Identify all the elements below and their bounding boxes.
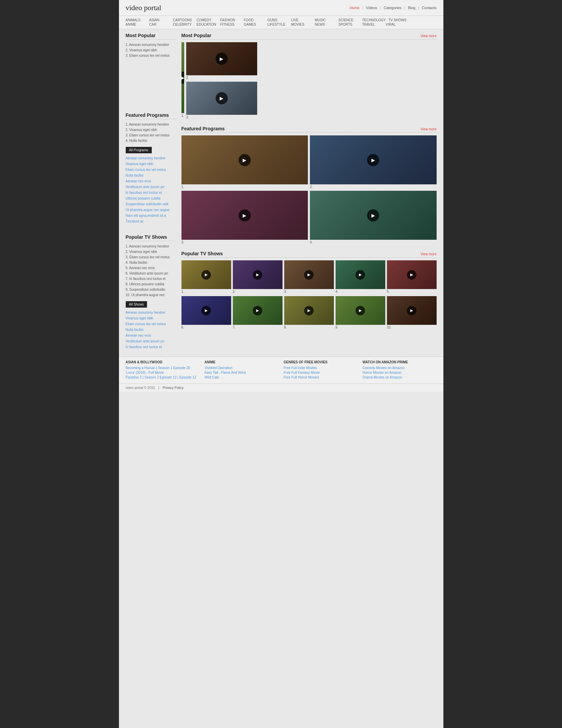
footer-link[interactable]: Free Full Horror Movies xyxy=(284,375,358,379)
featured-thumb-2[interactable]: ▶ xyxy=(310,135,437,184)
tv-thumb-2[interactable]: ▶ xyxy=(233,260,283,289)
footer-link[interactable]: Free Full Indie Movies xyxy=(284,366,358,370)
video-thumb-2[interactable]: ▶ xyxy=(186,42,257,75)
footer-link[interactable]: Horror Movies on Amazon xyxy=(363,371,437,374)
cat-asian[interactable]: ASIAN xyxy=(149,18,173,22)
cat-live[interactable]: LIVE xyxy=(291,18,315,22)
play-button-1[interactable]: ▶ xyxy=(181,72,184,84)
sidebar-link[interactable]: Aenean nonummy hendrer xyxy=(126,155,176,161)
sidebar-link[interactable]: Aenean nonummy hendrer xyxy=(126,310,176,315)
play-button-2[interactable]: ▶ xyxy=(216,53,228,65)
cat-anime[interactable]: ANIME xyxy=(126,22,149,27)
tv-thumb-3[interactable]: ▶ xyxy=(284,260,334,289)
sidebar-link[interactable]: Nam elit agna,endrerit sit a xyxy=(126,213,176,218)
cat-viral[interactable]: VIRAL xyxy=(386,22,410,27)
cat-food[interactable]: FOOD xyxy=(244,18,268,22)
nav-home[interactable]: Home xyxy=(350,6,360,10)
featured-thumb-1[interactable]: ▶ xyxy=(181,135,308,184)
footer-link[interactable]: Becoming a Human | Season 1 Episode 20 xyxy=(126,366,200,370)
tv-play-3[interactable]: ▶ xyxy=(304,270,314,280)
tv-play-10[interactable]: ▶ xyxy=(407,306,416,315)
footer-link[interactable]: Wild Cats xyxy=(204,375,278,379)
sidebar-link[interactable]: Etiam cursus leo vel metus xyxy=(126,167,176,173)
cat-celebrity[interactable]: CELEBRITY xyxy=(173,22,197,27)
cat-car[interactable]: CAR xyxy=(149,22,173,27)
tv-play-4[interactable]: ▶ xyxy=(356,270,365,280)
tv-thumb-6[interactable]: ▶ xyxy=(181,296,231,325)
featured-view-more[interactable]: View more xyxy=(420,127,436,131)
cat-games[interactable]: GAMES xyxy=(244,22,268,27)
footer-link[interactable]: Vividred Operation xyxy=(204,366,278,370)
sidebar-link[interactable]: Ut pharetra augue nec augue xyxy=(126,207,176,213)
cat-fitness[interactable]: FITNESS xyxy=(220,22,244,27)
tv-play-6[interactable]: ▶ xyxy=(201,306,211,315)
cat-comedy[interactable]: COMEDY xyxy=(197,18,220,22)
cat-travel[interactable]: TRAVEL xyxy=(362,22,386,27)
tv-play-5[interactable]: ▶ xyxy=(407,270,416,280)
footer-link[interactable]: Free Full Fantasy Movie xyxy=(284,371,358,374)
footer-link[interactable]: 'Lorra' (2010) - Full Movie xyxy=(126,371,200,374)
featured-play-3[interactable]: ▶ xyxy=(239,209,251,222)
cat-education[interactable]: EDUCATION xyxy=(197,22,220,27)
tv-play-7[interactable]: ▶ xyxy=(253,306,262,315)
most-popular-view-more[interactable]: View more xyxy=(420,34,436,38)
sidebar-link[interactable]: Suspendisse sollicitudin velit xyxy=(126,201,176,207)
nav-contacts[interactable]: Contacts xyxy=(422,6,436,10)
sidebar-link[interactable]: Vivamus eget nibh xyxy=(126,315,176,321)
cat-cartoons[interactable]: CARTOONS xyxy=(173,18,197,22)
cat-movies[interactable]: MOVIES xyxy=(291,22,315,27)
tv-thumb-10[interactable]: ▶ xyxy=(387,296,437,325)
sidebar-link[interactable]: Etiam cursus leo vel metus xyxy=(126,321,176,327)
all-shows-button[interactable]: All Shows xyxy=(126,301,147,308)
cat-science[interactable]: SCIENCE xyxy=(339,18,362,22)
privacy-policy-link[interactable]: Privacy Policy xyxy=(163,386,184,390)
featured-play-4[interactable]: ▶ xyxy=(367,209,379,222)
nav-categories[interactable]: Categories xyxy=(384,6,401,10)
sidebar-link[interactable]: Vestibulum ante ipsum pri xyxy=(126,338,176,344)
footer-link[interactable]: Paradise 2 | Season 2 Episode 12 | Episo… xyxy=(126,375,200,379)
tv-thumb-5[interactable]: ▶ xyxy=(387,260,437,289)
featured-play-2[interactable]: ▶ xyxy=(367,154,379,166)
play-button-3[interactable]: ▶ xyxy=(216,92,228,104)
featured-thumb-4[interactable]: ▶ xyxy=(310,191,437,240)
tv-play-9[interactable]: ▶ xyxy=(356,306,365,315)
cat-technology[interactable]: TECHNOLOGY xyxy=(362,18,389,22)
tv-thumb-7[interactable]: ▶ xyxy=(233,296,283,325)
all-programs-button[interactable]: All Programs xyxy=(126,147,152,153)
tv-thumb-9[interactable]: ▶ xyxy=(336,296,385,325)
tv-play-1[interactable]: ▶ xyxy=(201,270,211,280)
cat-guns[interactable]: GUNS xyxy=(268,18,291,22)
video-thumb-3[interactable]: ▶ xyxy=(186,82,257,115)
cat-news[interactable]: NEWS xyxy=(315,22,339,27)
cat-sports[interactable]: SPORTS xyxy=(339,22,362,27)
featured-play-1[interactable]: ▶ xyxy=(239,154,251,166)
footer-link[interactable]: Fairy Tail - Flame And Wind xyxy=(204,371,278,374)
cat-fashion[interactable]: FASHION xyxy=(220,18,244,22)
nav-blog[interactable]: Blog xyxy=(408,6,415,10)
footer-link[interactable]: Comedy Movies on Amazon xyxy=(363,366,437,370)
cat-tv-shows[interactable]: TV SHOWS xyxy=(389,18,412,22)
cat-lifestyle[interactable]: LIFESTYLE xyxy=(268,22,291,27)
sidebar-link[interactable]: Aenean nec eros xyxy=(126,333,176,338)
sidebar-link[interactable]: Ultrices posuere cubilia xyxy=(126,196,176,201)
video-thumb-1[interactable]: ▶ xyxy=(181,42,184,113)
sidebar-link[interactable]: In faucibus orci luctus et xyxy=(126,190,176,196)
tv-thumb-1[interactable]: ▶ xyxy=(181,260,231,289)
sidebar-link[interactable]: Vestibulum ante ipsum pri xyxy=(126,184,176,190)
cat-animals[interactable]: ANIMALS xyxy=(126,18,149,22)
featured-thumb-3[interactable]: ▶ xyxy=(181,191,308,240)
sidebar-link[interactable]: Nulla facilisi xyxy=(126,173,176,178)
tv-thumb-8[interactable]: ▶ xyxy=(284,296,334,325)
sidebar-link[interactable]: Aenean nec eros xyxy=(126,178,176,184)
tv-play-2[interactable]: ▶ xyxy=(253,270,262,280)
sidebar-link[interactable]: Vivamus eget nibh xyxy=(126,161,176,167)
nav-videos[interactable]: Videos xyxy=(366,6,377,10)
sidebar-link[interactable]: In faucibus orci luctus et xyxy=(126,344,176,350)
tv-thumb-4[interactable]: ▶ xyxy=(336,260,385,289)
cat-music[interactable]: MUSIC xyxy=(315,18,339,22)
sidebar-link[interactable]: Nulla facilisi xyxy=(126,327,176,333)
footer-link[interactable]: Drama Movies on Amazon xyxy=(363,375,437,379)
sidebar-link[interactable]: Tincidunt ac xyxy=(126,218,176,224)
tv-view-more[interactable]: View more xyxy=(420,252,436,256)
tv-play-8[interactable]: ▶ xyxy=(304,306,314,315)
